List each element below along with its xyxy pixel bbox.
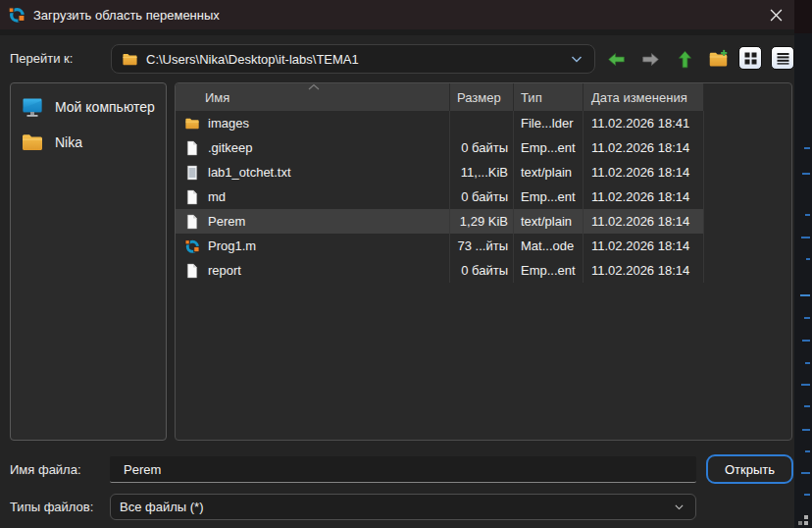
column-header-label: Имя — [205, 90, 229, 105]
file-name: report — [208, 263, 241, 278]
row-filler — [704, 209, 791, 234]
current-path: C:\Users\Nika\Desktop\it-labs\TEMA1 — [146, 52, 563, 67]
table-row[interactable]: Perem 1,29 KiB text/plain 11.02.2026 18:… — [176, 209, 791, 234]
file-size — [450, 111, 514, 135]
dialog-title: Загрузить область переменных — [33, 8, 220, 23]
row-filler — [704, 135, 791, 160]
file-name: .gitkeep — [208, 140, 253, 155]
file-dialog: Загрузить область переменных Перейти к: … — [0, 0, 794, 528]
file-mime-type: text/plain — [514, 209, 584, 234]
file-name: Perem — [208, 214, 245, 229]
row-filler — [704, 111, 791, 135]
sidebar-item-icon — [21, 131, 44, 154]
sort-ascending-icon — [307, 83, 321, 90]
new-folder-icon — [708, 49, 729, 70]
forward-button[interactable] — [637, 46, 663, 72]
file-name-cell: md — [176, 185, 450, 209]
background-titlebar-fragment — [794, 0, 812, 33]
icon-view-button[interactable] — [738, 46, 762, 70]
table-row[interactable]: .gitkeep 0 байты Emp...ent 11.02.2026 18… — [176, 135, 791, 160]
file-mime-type: Mat...ode — [514, 234, 584, 258]
file-mime-type: Emp...ent — [514, 185, 584, 209]
sidebar-item[interactable]: Мой компьютер — [11, 89, 166, 125]
titlebar-separator — [0, 29, 794, 35]
resize-grip[interactable] — [795, 512, 809, 526]
table-row[interactable]: md 0 байты Emp...ent 11.02.2026 18:14 — [176, 185, 791, 209]
file-mime-type: text/plain — [514, 160, 584, 185]
sidebar-item[interactable]: Nika — [11, 125, 166, 160]
background-window-strip — [794, 0, 812, 528]
octave-logo-icon — [8, 6, 25, 24]
file-type-icon — [184, 140, 200, 156]
file-mime-type: File...lder — [514, 111, 584, 135]
file-table-rows: images File...lder 11.02.2026 18:41 .git… — [176, 111, 791, 283]
file-size: 1,29 KiB — [450, 209, 514, 234]
file-size: 0 байты — [450, 185, 514, 209]
sidebar-item-icon — [21, 95, 44, 119]
file-date-modified: 11.02.2026 18:14 — [584, 234, 704, 258]
file-size: 73 ...йты — [450, 234, 514, 258]
row-filler — [704, 160, 791, 185]
file-mime-type: Emp...ent — [514, 258, 584, 283]
chevron-down-icon — [569, 51, 584, 67]
open-button-label: Открыть — [725, 462, 775, 477]
close-button[interactable] — [759, 0, 792, 29]
file-date-modified: 11.02.2026 18:14 — [584, 258, 704, 283]
filename-input[interactable] — [110, 456, 696, 483]
column-header-type[interactable]: Тип — [514, 83, 584, 111]
file-name-cell: Perem — [176, 209, 450, 234]
forward-icon — [640, 49, 661, 70]
column-header-size[interactable]: Размер — [450, 83, 514, 111]
list-view-icon — [776, 51, 790, 66]
sidebar-item-label: Nika — [55, 134, 82, 150]
table-row[interactable]: lab1_otchet.txt 11,...KiB text/plain 11.… — [176, 160, 791, 185]
file-size: 11,...KiB — [450, 160, 514, 185]
file-name: lab1_otchet.txt — [208, 165, 291, 180]
filetype-combobox[interactable]: Все файлы (*) — [110, 494, 696, 520]
file-type-icon — [184, 214, 200, 230]
row-filler — [704, 234, 791, 258]
file-size: 0 байты — [450, 258, 514, 283]
file-mime-type: Emp...ent — [514, 135, 584, 160]
file-name-cell: .gitkeep — [176, 135, 450, 160]
up-icon — [675, 49, 695, 70]
column-header-label: Размер — [457, 90, 501, 105]
column-header-date[interactable]: Дата изменения — [584, 83, 704, 111]
folder-icon — [122, 51, 138, 68]
file-date-modified: 11.02.2026 18:41 — [584, 111, 704, 135]
list-view-button[interactable] — [771, 46, 794, 70]
file-type-icon — [184, 165, 200, 181]
file-date-modified: 11.02.2026 18:14 — [584, 135, 704, 160]
file-date-modified: 11.02.2026 18:14 — [584, 160, 704, 185]
filetype-value: Все файлы (*) — [120, 500, 673, 514]
new-folder-button[interactable] — [705, 46, 731, 72]
screen: Загрузить область переменных Перейти к: … — [0, 0, 812, 528]
file-name-cell: lab1_otchet.txt — [176, 160, 450, 185]
row-filler — [704, 258, 791, 283]
file-type-icon — [184, 116, 200, 132]
table-row[interactable]: report 0 байты Emp...ent 11.02.2026 18:1… — [176, 258, 791, 283]
file-size: 0 байты — [450, 135, 514, 160]
titlebar[interactable]: Загрузить область переменных — [0, 0, 794, 29]
table-row[interactable]: images File...lder 11.02.2026 18:41 — [176, 111, 791, 135]
chevron-down-icon — [673, 501, 685, 513]
table-row[interactable]: Prog1.m 73 ...йты Mat...ode 11.02.2026 1… — [176, 234, 791, 258]
row-filler — [704, 185, 791, 209]
file-name: Prog1.m — [208, 238, 256, 253]
close-icon — [770, 9, 783, 22]
filename-label: Имя файла: — [10, 462, 81, 477]
file-date-modified: 11.02.2026 18:14 — [584, 209, 704, 234]
sidebar-item-label: Мой компьютер — [55, 99, 155, 115]
up-button[interactable] — [672, 46, 697, 72]
column-header-label: Тип — [521, 90, 542, 105]
goto-label: Перейти к: — [10, 51, 73, 66]
file-type-icon — [184, 189, 200, 205]
file-name: images — [208, 116, 249, 131]
path-combobox[interactable]: C:\Users\Nika\Desktop\it-labs\TEMA1 — [111, 44, 595, 74]
file-type-icon — [184, 263, 200, 279]
file-name-cell: images — [176, 111, 450, 135]
open-button[interactable]: Открыть — [706, 454, 793, 484]
icon-view-icon — [743, 51, 758, 66]
back-button[interactable] — [603, 46, 629, 72]
file-name-cell: Prog1.m — [176, 234, 450, 258]
